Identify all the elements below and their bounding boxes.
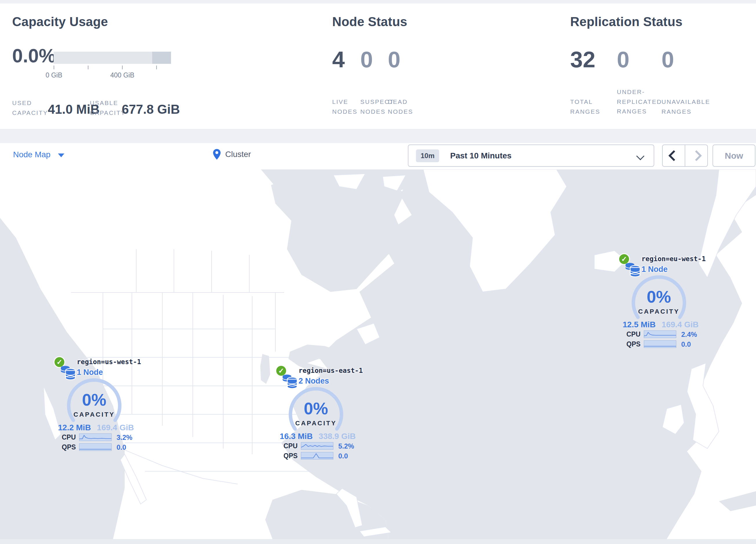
capacity-axis-label: 400 GiB (99, 71, 146, 79)
replication-status-title: Replication Status (570, 14, 682, 29)
region-usable-capacity: 169.4 GiB (97, 423, 134, 432)
capacity-caption: CAPACITY (54, 411, 135, 418)
now-button-label: Now (725, 151, 743, 161)
region-marker-us-east-1[interactable]: region=us-east-1 2 Nodes 0% CAPACITY 16.… (275, 365, 359, 462)
region-marker-eu-west-1[interactable]: region=eu-west-1 1 Node 0% CAPACITY 12.5… (618, 253, 702, 351)
capacity-usage-title: Capacity Usage (12, 14, 108, 29)
region-usable-capacity: 338.9 GiB (319, 432, 356, 441)
qps-value: 0.0 (681, 340, 691, 349)
chevron-left-icon (668, 150, 679, 161)
region-capacity-percent: 0% (618, 287, 699, 307)
region-used-capacity: 12.5 MiB (623, 320, 656, 329)
time-range-badge: 10m (416, 149, 439, 162)
region-name: region=us-east-1 (299, 367, 363, 374)
view-selector-dropdown[interactable]: Node Map (13, 150, 64, 159)
cpu-label: CPU (626, 331, 641, 338)
region-capacity-percent: 0% (275, 399, 357, 418)
region-used-capacity: 16.3 MiB (280, 432, 313, 441)
capacity-usage-bar-tail (152, 52, 171, 64)
qps-value: 0.0 (117, 443, 126, 452)
qps-sparkline (79, 443, 112, 451)
cpu-value: 5.2% (338, 442, 354, 450)
dead-nodes-count: 0 (388, 46, 400, 73)
cpu-sparkline (644, 331, 676, 338)
page-bottom-strip (0, 539, 756, 544)
view-selector-label: Node Map (13, 150, 50, 159)
region-node-count: 1 Node (77, 368, 103, 377)
under-replicated-label: UNDER-REPLICATED RANGES (617, 87, 660, 116)
region-marker-us-west-1[interactable]: region=us-west-1 1 Node 0% CAPACITY 12.2… (54, 356, 138, 454)
used-capacity-label: USED CAPACITY (12, 98, 53, 117)
cpu-value: 2.4% (681, 331, 697, 339)
region-name: region=us-west-1 (77, 358, 141, 366)
time-step-buttons (662, 144, 708, 167)
capacity-axis-tick (122, 66, 123, 69)
total-ranges-count: 32 (570, 46, 595, 73)
capacity-caption: CAPACITY (275, 420, 357, 427)
suspect-nodes-count: 0 (360, 46, 373, 73)
chevron-right-icon (691, 150, 702, 161)
region-used-capacity: 12.2 MiB (58, 423, 91, 432)
node-status-title: Node Status (332, 14, 407, 29)
unavailable-count: 0 (661, 46, 674, 73)
time-range-selector[interactable]: 10m Past 10 Minutes (408, 144, 654, 167)
qps-label: QPS (62, 443, 76, 451)
capacity-axis-tick (88, 66, 88, 69)
qps-label: QPS (626, 340, 641, 348)
region-node-count: 1 Node (641, 265, 668, 274)
capacity-usage-bar (54, 52, 171, 64)
qps-sparkline (644, 340, 676, 348)
qps-label: QPS (283, 452, 298, 460)
cpu-value: 3.2% (117, 434, 132, 442)
cluster-summary-panel: Capacity Usage 0.0% 0 GiB 400 GiB USED C… (0, 3, 756, 129)
time-range-label: Past 10 Minutes (450, 151, 512, 160)
qps-value: 0.0 (338, 452, 348, 460)
node-map-canvas: region=us-west-1 1 Node 0% CAPACITY 12.2… (0, 169, 756, 539)
capacity-axis-tick (156, 66, 157, 69)
usable-capacity-value: 677.8 GiB (122, 102, 180, 117)
breadcrumb[interactable]: Cluster (213, 149, 251, 160)
under-replicated-count: 0 (617, 46, 629, 73)
total-ranges-label: TOTAL RANGES (570, 97, 599, 116)
capacity-caption: CAPACITY (618, 308, 699, 316)
cpu-label: CPU (283, 442, 298, 450)
now-button[interactable]: Now (713, 144, 755, 167)
region-name: region=eu-west-1 (641, 255, 706, 262)
capacity-axis-tick (54, 66, 54, 69)
map-toolbar: Node Map Cluster 10m Past 10 Minutes Now (0, 143, 756, 170)
dead-nodes-label: DEAD NODES (388, 97, 415, 116)
unavailable-label: UNAVAILABLE RANGES (661, 97, 708, 116)
time-back-button[interactable] (663, 145, 685, 166)
time-forward-button[interactable] (685, 145, 707, 166)
cpu-sparkline (301, 442, 333, 450)
cpu-label: CPU (62, 434, 76, 441)
region-capacity-percent: 0% (54, 390, 135, 409)
capacity-usage-percent: 0.0% (12, 45, 56, 67)
breadcrumb-cluster: Cluster (225, 150, 251, 159)
region-node-count: 2 Nodes (299, 377, 329, 386)
region-usable-capacity: 169.4 GiB (661, 320, 699, 329)
chevron-down-icon (636, 152, 644, 160)
chevron-down-icon (58, 153, 64, 157)
capacity-axis-label: 0 GiB (31, 71, 77, 79)
qps-sparkline (301, 452, 333, 460)
live-nodes-count: 4 (332, 46, 345, 73)
world-map (0, 169, 756, 539)
suspect-nodes-label: SUSPECT NODES (360, 97, 392, 116)
location-pin-icon (213, 149, 221, 160)
live-nodes-label: LIVE NODES (332, 97, 355, 116)
cpu-sparkline (79, 434, 112, 441)
